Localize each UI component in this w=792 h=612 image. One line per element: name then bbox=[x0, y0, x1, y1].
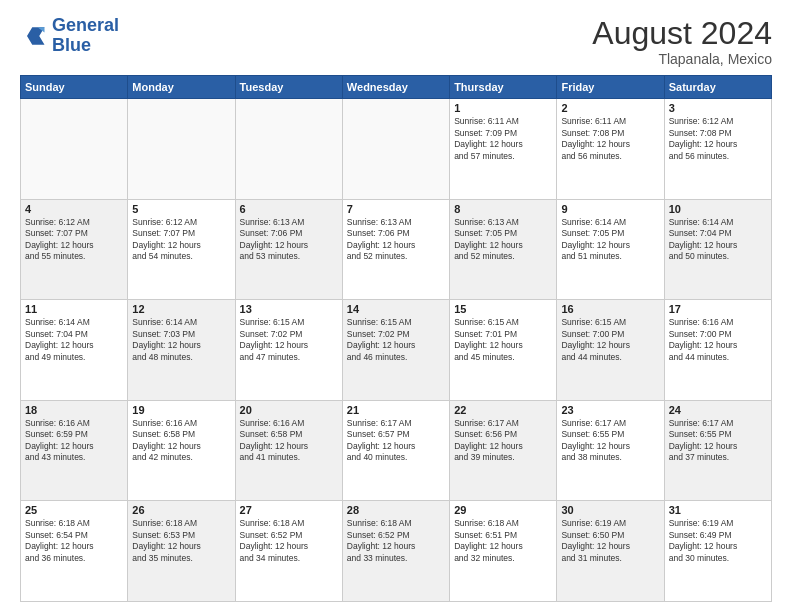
cell-info: Sunrise: 6:16 AM Sunset: 6:58 PM Dayligh… bbox=[132, 418, 230, 464]
day-number: 22 bbox=[454, 404, 552, 416]
week-row-1: 1Sunrise: 6:11 AM Sunset: 7:09 PM Daylig… bbox=[21, 99, 772, 200]
day-number: 26 bbox=[132, 504, 230, 516]
calendar-cell bbox=[342, 99, 449, 200]
day-number: 30 bbox=[561, 504, 659, 516]
calendar-cell: 27Sunrise: 6:18 AM Sunset: 6:52 PM Dayli… bbox=[235, 501, 342, 602]
day-number: 18 bbox=[25, 404, 123, 416]
location: Tlapanala, Mexico bbox=[592, 51, 772, 67]
day-number: 23 bbox=[561, 404, 659, 416]
day-number: 25 bbox=[25, 504, 123, 516]
calendar-cell: 6Sunrise: 6:13 AM Sunset: 7:06 PM Daylig… bbox=[235, 199, 342, 300]
title-block: August 2024 Tlapanala, Mexico bbox=[592, 16, 772, 67]
cell-info: Sunrise: 6:12 AM Sunset: 7:07 PM Dayligh… bbox=[25, 217, 123, 263]
cell-info: Sunrise: 6:16 AM Sunset: 7:00 PM Dayligh… bbox=[669, 317, 767, 363]
day-number: 21 bbox=[347, 404, 445, 416]
day-number: 4 bbox=[25, 203, 123, 215]
cell-info: Sunrise: 6:14 AM Sunset: 7:04 PM Dayligh… bbox=[669, 217, 767, 263]
week-row-3: 11Sunrise: 6:14 AM Sunset: 7:04 PM Dayli… bbox=[21, 300, 772, 401]
calendar-cell: 5Sunrise: 6:12 AM Sunset: 7:07 PM Daylig… bbox=[128, 199, 235, 300]
cell-info: Sunrise: 6:11 AM Sunset: 7:09 PM Dayligh… bbox=[454, 116, 552, 162]
cell-info: Sunrise: 6:12 AM Sunset: 7:07 PM Dayligh… bbox=[132, 217, 230, 263]
day-number: 24 bbox=[669, 404, 767, 416]
day-number: 10 bbox=[669, 203, 767, 215]
col-header-monday: Monday bbox=[128, 76, 235, 99]
calendar-cell: 11Sunrise: 6:14 AM Sunset: 7:04 PM Dayli… bbox=[21, 300, 128, 401]
cell-info: Sunrise: 6:13 AM Sunset: 7:05 PM Dayligh… bbox=[454, 217, 552, 263]
col-header-saturday: Saturday bbox=[664, 76, 771, 99]
cell-info: Sunrise: 6:17 AM Sunset: 6:55 PM Dayligh… bbox=[669, 418, 767, 464]
calendar-cell: 18Sunrise: 6:16 AM Sunset: 6:59 PM Dayli… bbox=[21, 400, 128, 501]
day-number: 12 bbox=[132, 303, 230, 315]
calendar-cell: 2Sunrise: 6:11 AM Sunset: 7:08 PM Daylig… bbox=[557, 99, 664, 200]
calendar-cell: 7Sunrise: 6:13 AM Sunset: 7:06 PM Daylig… bbox=[342, 199, 449, 300]
day-number: 5 bbox=[132, 203, 230, 215]
day-number: 2 bbox=[561, 102, 659, 114]
calendar-cell: 25Sunrise: 6:18 AM Sunset: 6:54 PM Dayli… bbox=[21, 501, 128, 602]
cell-info: Sunrise: 6:11 AM Sunset: 7:08 PM Dayligh… bbox=[561, 116, 659, 162]
calendar-cell: 1Sunrise: 6:11 AM Sunset: 7:09 PM Daylig… bbox=[450, 99, 557, 200]
calendar-cell: 28Sunrise: 6:18 AM Sunset: 6:52 PM Dayli… bbox=[342, 501, 449, 602]
cell-info: Sunrise: 6:16 AM Sunset: 6:59 PM Dayligh… bbox=[25, 418, 123, 464]
cell-info: Sunrise: 6:15 AM Sunset: 7:02 PM Dayligh… bbox=[347, 317, 445, 363]
calendar-cell: 17Sunrise: 6:16 AM Sunset: 7:00 PM Dayli… bbox=[664, 300, 771, 401]
day-number: 7 bbox=[347, 203, 445, 215]
day-number: 29 bbox=[454, 504, 552, 516]
calendar-cell bbox=[235, 99, 342, 200]
calendar-cell: 13Sunrise: 6:15 AM Sunset: 7:02 PM Dayli… bbox=[235, 300, 342, 401]
cell-info: Sunrise: 6:13 AM Sunset: 7:06 PM Dayligh… bbox=[347, 217, 445, 263]
col-header-tuesday: Tuesday bbox=[235, 76, 342, 99]
header: General Blue August 2024 Tlapanala, Mexi… bbox=[20, 16, 772, 67]
cell-info: Sunrise: 6:17 AM Sunset: 6:57 PM Dayligh… bbox=[347, 418, 445, 464]
calendar-cell: 31Sunrise: 6:19 AM Sunset: 6:49 PM Dayli… bbox=[664, 501, 771, 602]
calendar-cell: 9Sunrise: 6:14 AM Sunset: 7:05 PM Daylig… bbox=[557, 199, 664, 300]
cell-info: Sunrise: 6:18 AM Sunset: 6:54 PM Dayligh… bbox=[25, 518, 123, 564]
cell-info: Sunrise: 6:14 AM Sunset: 7:05 PM Dayligh… bbox=[561, 217, 659, 263]
day-number: 28 bbox=[347, 504, 445, 516]
cell-info: Sunrise: 6:15 AM Sunset: 7:00 PM Dayligh… bbox=[561, 317, 659, 363]
calendar-cell: 21Sunrise: 6:17 AM Sunset: 6:57 PM Dayli… bbox=[342, 400, 449, 501]
cell-info: Sunrise: 6:17 AM Sunset: 6:56 PM Dayligh… bbox=[454, 418, 552, 464]
col-header-wednesday: Wednesday bbox=[342, 76, 449, 99]
calendar-cell: 23Sunrise: 6:17 AM Sunset: 6:55 PM Dayli… bbox=[557, 400, 664, 501]
cell-info: Sunrise: 6:14 AM Sunset: 7:04 PM Dayligh… bbox=[25, 317, 123, 363]
calendar-cell: 10Sunrise: 6:14 AM Sunset: 7:04 PM Dayli… bbox=[664, 199, 771, 300]
calendar-cell: 30Sunrise: 6:19 AM Sunset: 6:50 PM Dayli… bbox=[557, 501, 664, 602]
day-number: 1 bbox=[454, 102, 552, 114]
day-number: 31 bbox=[669, 504, 767, 516]
week-row-4: 18Sunrise: 6:16 AM Sunset: 6:59 PM Dayli… bbox=[21, 400, 772, 501]
col-header-thursday: Thursday bbox=[450, 76, 557, 99]
cell-info: Sunrise: 6:17 AM Sunset: 6:55 PM Dayligh… bbox=[561, 418, 659, 464]
cell-info: Sunrise: 6:16 AM Sunset: 6:58 PM Dayligh… bbox=[240, 418, 338, 464]
calendar-cell: 20Sunrise: 6:16 AM Sunset: 6:58 PM Dayli… bbox=[235, 400, 342, 501]
col-header-friday: Friday bbox=[557, 76, 664, 99]
cell-info: Sunrise: 6:18 AM Sunset: 6:52 PM Dayligh… bbox=[347, 518, 445, 564]
cell-info: Sunrise: 6:13 AM Sunset: 7:06 PM Dayligh… bbox=[240, 217, 338, 263]
cell-info: Sunrise: 6:19 AM Sunset: 6:50 PM Dayligh… bbox=[561, 518, 659, 564]
calendar-cell: 24Sunrise: 6:17 AM Sunset: 6:55 PM Dayli… bbox=[664, 400, 771, 501]
month-year: August 2024 bbox=[592, 16, 772, 51]
calendar-cell: 12Sunrise: 6:14 AM Sunset: 7:03 PM Dayli… bbox=[128, 300, 235, 401]
calendar-cell bbox=[21, 99, 128, 200]
day-number: 17 bbox=[669, 303, 767, 315]
calendar-cell: 3Sunrise: 6:12 AM Sunset: 7:08 PM Daylig… bbox=[664, 99, 771, 200]
day-number: 13 bbox=[240, 303, 338, 315]
day-number: 9 bbox=[561, 203, 659, 215]
calendar-header-row: SundayMondayTuesdayWednesdayThursdayFrid… bbox=[21, 76, 772, 99]
week-row-2: 4Sunrise: 6:12 AM Sunset: 7:07 PM Daylig… bbox=[21, 199, 772, 300]
day-number: 14 bbox=[347, 303, 445, 315]
cell-info: Sunrise: 6:18 AM Sunset: 6:53 PM Dayligh… bbox=[132, 518, 230, 564]
cell-info: Sunrise: 6:15 AM Sunset: 7:02 PM Dayligh… bbox=[240, 317, 338, 363]
day-number: 19 bbox=[132, 404, 230, 416]
logo-text: General Blue bbox=[52, 16, 119, 56]
cell-info: Sunrise: 6:18 AM Sunset: 6:52 PM Dayligh… bbox=[240, 518, 338, 564]
day-number: 15 bbox=[454, 303, 552, 315]
page: General Blue August 2024 Tlapanala, Mexi… bbox=[0, 0, 792, 612]
calendar-cell: 15Sunrise: 6:15 AM Sunset: 7:01 PM Dayli… bbox=[450, 300, 557, 401]
day-number: 11 bbox=[25, 303, 123, 315]
day-number: 6 bbox=[240, 203, 338, 215]
cell-info: Sunrise: 6:12 AM Sunset: 7:08 PM Dayligh… bbox=[669, 116, 767, 162]
logo: General Blue bbox=[20, 16, 119, 56]
calendar-cell: 4Sunrise: 6:12 AM Sunset: 7:07 PM Daylig… bbox=[21, 199, 128, 300]
day-number: 27 bbox=[240, 504, 338, 516]
day-number: 3 bbox=[669, 102, 767, 114]
